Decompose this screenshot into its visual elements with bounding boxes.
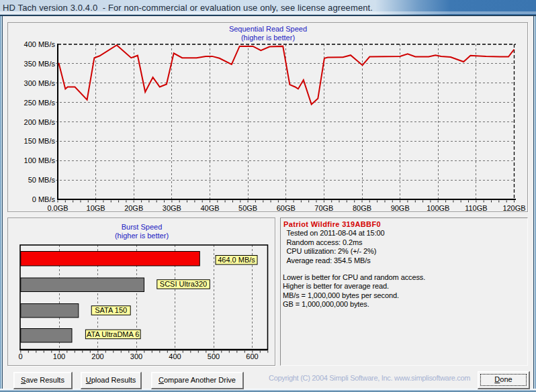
svg-text:80GB: 80GB (353, 204, 371, 211)
svg-text:50GB: 50GB (238, 204, 257, 211)
svg-text:250 MB/s: 250 MB/s (24, 99, 56, 107)
svg-text:30GB: 30GB (163, 204, 181, 211)
svg-text:100 MB/s: 100 MB/s (24, 156, 56, 164)
svg-text:40GB: 40GB (200, 204, 219, 211)
svg-text:(higher is better): (higher is better) (115, 232, 169, 240)
svg-text:70GB: 70GB (314, 204, 333, 211)
svg-text:SCSI Ultra320: SCSI Ultra320 (160, 280, 207, 288)
svg-text:10GB: 10GB (87, 204, 105, 211)
svg-text:464.0 MB/s: 464.0 MB/s (218, 256, 255, 264)
svg-text:120GB: 120GB (502, 204, 525, 211)
svg-text:350 MB/s: 350 MB/s (24, 60, 56, 68)
svg-text:100: 100 (53, 352, 65, 360)
svg-text:20GB: 20GB (124, 204, 143, 211)
svg-text:Burst Speed: Burst Speed (122, 223, 163, 231)
svg-text:SATA 150: SATA 150 (95, 306, 127, 314)
svg-text:300: 300 (130, 352, 142, 360)
svg-text:Sequential Read Speed: Sequential Read Speed (229, 25, 307, 33)
svg-text:0.0GB: 0.0GB (47, 204, 68, 211)
svg-text:ATA UltraDMA 6: ATA UltraDMA 6 (87, 330, 139, 338)
svg-text:60GB: 60GB (277, 204, 296, 211)
svg-text:500: 500 (208, 352, 220, 360)
svg-text:(higher is better): (higher is better) (241, 34, 295, 42)
svg-text:400: 400 (169, 352, 181, 360)
svg-text:150 MB/s: 150 MB/s (24, 137, 56, 145)
svg-text:100GB: 100GB (427, 204, 449, 211)
svg-text:200 MB/s: 200 MB/s (24, 118, 56, 126)
svg-text:50 MB/s: 50 MB/s (28, 176, 56, 184)
svg-text:200: 200 (91, 352, 103, 360)
svg-text:400 MB/s: 400 MB/s (24, 40, 56, 48)
svg-text:300 MB/s: 300 MB/s (24, 79, 56, 87)
svg-text:600: 600 (246, 352, 258, 360)
svg-text:0 MB/s: 0 MB/s (32, 195, 56, 203)
svg-text:110GB: 110GB (465, 204, 487, 211)
svg-text:90GB: 90GB (391, 204, 410, 211)
svg-text:0: 0 (18, 352, 22, 360)
